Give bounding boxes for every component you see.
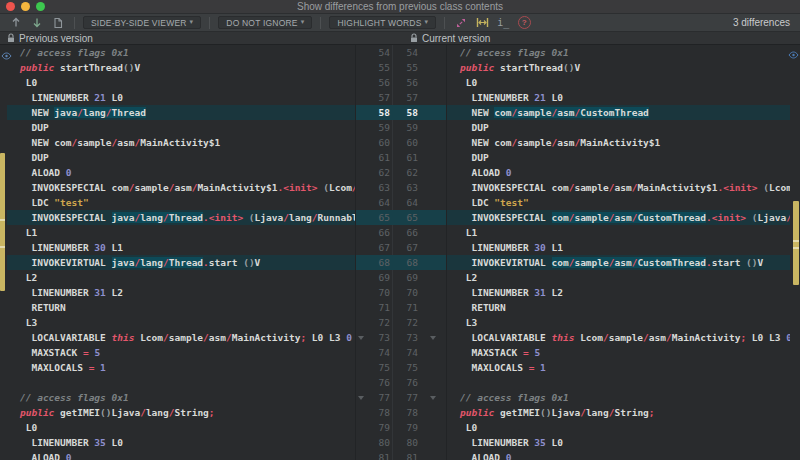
code-line-right-74: MAXSTACK = 5 bbox=[447, 345, 790, 360]
code-token: 30 bbox=[534, 242, 545, 253]
fold-column bbox=[356, 240, 366, 255]
diff-marker-tick bbox=[0, 219, 5, 221]
gutter-eye-icon[interactable] bbox=[1, 46, 12, 64]
left-line-number: 80 bbox=[366, 435, 392, 450]
path-separator: / bbox=[163, 332, 169, 343]
code-token: java/lang/Thread bbox=[112, 212, 204, 223]
code-token: L1 bbox=[106, 242, 123, 253]
code-token: 0 bbox=[506, 452, 512, 460]
code-token: ; bbox=[649, 407, 655, 418]
right-line-number: 75 bbox=[392, 360, 428, 375]
previous-version-editor[interactable]: // access flags 0x1public startThread()V… bbox=[7, 45, 356, 460]
right-line-number: 70 bbox=[392, 285, 428, 300]
code-token: public bbox=[20, 407, 54, 418]
code-line-left-59: DUP bbox=[7, 120, 355, 135]
right-line-number: 81 bbox=[392, 450, 428, 460]
code-line-right-72: L3 bbox=[447, 315, 790, 330]
current-version-editor[interactable]: // access flags 0x1public startThread()V… bbox=[447, 45, 790, 460]
path-separator: / bbox=[169, 407, 175, 418]
code-line-left-72: L3 bbox=[7, 315, 355, 330]
left-line-number: 65 bbox=[366, 210, 392, 225]
gutter-row-74: 7474 bbox=[356, 345, 446, 360]
fold-marker-icon[interactable] bbox=[358, 396, 364, 400]
code-token: 0 bbox=[66, 452, 72, 460]
jump-to-source-icon[interactable] bbox=[50, 16, 66, 30]
code-token: .<init> bbox=[706, 212, 746, 223]
code-token: Ljava/lang/String bbox=[552, 407, 649, 418]
fold-marker-icon[interactable] bbox=[430, 336, 436, 340]
code-token: L0 bbox=[20, 77, 37, 88]
fold-column bbox=[428, 420, 446, 435]
right-scrollbar-thumb[interactable] bbox=[793, 201, 799, 285]
gutter-row-70: 7070 bbox=[356, 285, 446, 300]
help-icon[interactable]: ? bbox=[516, 16, 532, 30]
fold-column bbox=[356, 330, 366, 345]
code-token: L0 L3 bbox=[746, 332, 786, 343]
gutter-row-73: 7373 bbox=[356, 330, 446, 345]
code-token: com/sample/asm/MainActivity$1 bbox=[112, 182, 278, 193]
toolbar-separator bbox=[444, 17, 445, 29]
fold-marker-icon[interactable] bbox=[358, 336, 364, 340]
fold-column bbox=[356, 270, 366, 285]
gutter-row-61: 6161 bbox=[356, 150, 446, 165]
code-token: public bbox=[460, 407, 494, 418]
code-line-right-67: LINENUMBER 30 L1 bbox=[447, 240, 790, 255]
left-line-number: 71 bbox=[366, 300, 392, 315]
fit-width-icon[interactable] bbox=[474, 16, 490, 30]
right-line-number: 78 bbox=[392, 405, 428, 420]
collapse-unchanged-icon[interactable] bbox=[453, 16, 469, 30]
fold-column bbox=[356, 300, 366, 315]
code-token: NEW bbox=[460, 107, 494, 118]
code-token: ; bbox=[209, 407, 215, 418]
editor-settings-icon[interactable]: i_ bbox=[495, 16, 511, 30]
right-line-number: 59 bbox=[392, 120, 428, 135]
code-token: 21 bbox=[534, 92, 545, 103]
path-separator: / bbox=[574, 137, 580, 148]
code-token: ALOAD bbox=[460, 452, 506, 460]
right-line-number: 73 bbox=[392, 330, 428, 345]
code-token: NEW bbox=[20, 137, 54, 148]
left-scrollbar[interactable] bbox=[0, 45, 7, 460]
gutter-row-69: 6969 bbox=[356, 270, 446, 285]
fold-column bbox=[356, 135, 366, 150]
gutter-row-77: 7777 bbox=[356, 390, 446, 405]
right-scrollbar[interactable] bbox=[790, 45, 800, 460]
code-token: Ljava/lang/Runnable bbox=[255, 212, 355, 223]
path-separator: / bbox=[552, 137, 558, 148]
right-line-number: 69 bbox=[392, 270, 428, 285]
right-line-number: 56 bbox=[392, 75, 428, 90]
fold-marker-icon[interactable] bbox=[430, 396, 436, 400]
ignore-policy-dropdown[interactable]: DO NOT IGNORE ▾ bbox=[218, 16, 312, 29]
left-line-number: 61 bbox=[366, 150, 392, 165]
gutter-eye-icon[interactable] bbox=[788, 45, 799, 63]
lock-icon bbox=[7, 33, 15, 43]
left-line-number: 59 bbox=[366, 120, 392, 135]
right-line-number: 64 bbox=[392, 195, 428, 210]
highlight-policy-dropdown[interactable]: HIGHLIGHT WORDS ▾ bbox=[329, 16, 436, 29]
code-line-left-81: ALOAD 0 bbox=[7, 450, 355, 460]
code-line-right-79: L0 bbox=[447, 420, 790, 435]
path-separator: / bbox=[632, 182, 638, 193]
left-scrollbar-thumb[interactable] bbox=[0, 153, 5, 291]
gutter-row-57: 5757 bbox=[356, 90, 446, 105]
previous-difference-icon[interactable] bbox=[8, 16, 24, 30]
code-token: LINENUMBER bbox=[20, 92, 94, 103]
path-separator: / bbox=[512, 107, 518, 118]
code-token: "test" bbox=[54, 197, 88, 208]
code-line-left-70: LINENUMBER 31 L2 bbox=[7, 285, 355, 300]
code-token: com/sample/asm/CustomThread bbox=[494, 107, 649, 118]
code-token: INVOKESPECIAL bbox=[20, 182, 112, 193]
next-difference-icon[interactable] bbox=[29, 16, 45, 30]
ignore-policy-label: DO NOT IGNORE bbox=[226, 18, 297, 28]
code-token: 31 bbox=[94, 287, 105, 298]
fold-column bbox=[356, 90, 366, 105]
code-token: java/lang/Thread bbox=[112, 257, 204, 268]
gutter-row-54: 5454 bbox=[356, 45, 446, 60]
viewer-mode-dropdown[interactable]: SIDE-BY-SIDE VIEWER ▾ bbox=[83, 16, 201, 29]
code-line-left-69: L2 bbox=[7, 270, 355, 285]
code-token: 31 bbox=[534, 287, 545, 298]
gutter-row-80: 8080 bbox=[356, 435, 446, 450]
code-line-left-71: RETURN bbox=[7, 300, 355, 315]
left-line-number: 75 bbox=[366, 360, 392, 375]
gutter-row-81: 8181 bbox=[356, 450, 446, 460]
